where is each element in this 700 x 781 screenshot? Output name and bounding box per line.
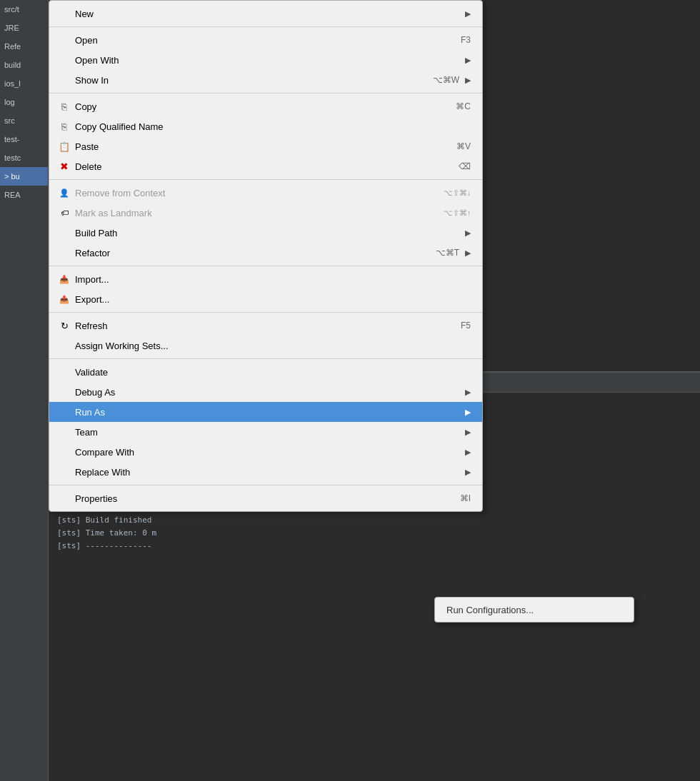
sidebar-item-5[interactable]: log <box>0 93 48 111</box>
validate-icon <box>58 366 71 378</box>
refactor-shortcut: ⌥⌘T <box>436 248 459 258</box>
menu-item-remove-context[interactable]: 👤 Remove from Context ⌥⇧⌘↓ <box>49 183 482 203</box>
assign-icon <box>58 339 71 352</box>
arrow-icon-5: ▶ <box>465 248 471 258</box>
properties-icon <box>58 492 71 505</box>
paste-icon: 📋 <box>58 140 71 153</box>
menu-item-validate[interactable]: Validate <box>49 362 482 382</box>
menu-item-delete[interactable]: ✖ Delete ⌫ <box>49 156 482 176</box>
remove-shortcut: ⌥⇧⌘↓ <box>444 188 471 198</box>
arrow-icon-4: ▶ <box>465 228 471 238</box>
console-sts-3: [sts] -------------- <box>57 540 691 553</box>
sidebar-item-9[interactable]: > bu <box>0 167 48 186</box>
delete-icon: ✖ <box>58 160 71 173</box>
console-sts-1: [sts] Build finished <box>57 514 691 527</box>
menu-item-build-path[interactable]: Build Path ▶ <box>49 223 482 243</box>
sidebar-item-1[interactable]: JRE <box>0 19 48 37</box>
open-shortcut: F3 <box>461 35 471 45</box>
sidebar-item-7[interactable]: test- <box>0 130 48 148</box>
separator-3 <box>49 266 482 266</box>
menu-item-refresh[interactable]: ↻ Refresh F5 <box>49 316 482 336</box>
context-menu: New ▶ Open F3 Open With ▶ Show In ⌥⌘W ▶ … <box>49 0 483 512</box>
sidebar-item-0[interactable]: src/t <box>0 0 48 19</box>
arrow-icon: ▶ <box>465 9 471 19</box>
copy-qualified-icon: ⎘ <box>58 120 71 133</box>
team-icon <box>58 425 71 438</box>
menu-item-replace[interactable]: Replace With ▶ <box>49 462 482 482</box>
arrow-icon-7: ▶ <box>465 408 471 417</box>
sidebar-item-3[interactable]: build <box>0 56 48 74</box>
mark-icon: 🏷 <box>58 206 71 219</box>
properties-shortcut: ⌘I <box>460 493 471 503</box>
replace-icon <box>58 465 71 478</box>
menu-item-team[interactable]: Team ▶ <box>49 422 482 442</box>
copy-icon: ⎘ <box>58 100 71 113</box>
menu-item-open-with[interactable]: Open With ▶ <box>49 50 482 70</box>
paste-shortcut: ⌘V <box>456 141 471 151</box>
separator-0 <box>49 26 482 27</box>
menu-item-debug-as[interactable]: Debug As ▶ <box>49 382 482 402</box>
sidebar-item-4[interactable]: ios_l <box>0 74 48 93</box>
debug-icon <box>58 386 71 398</box>
separator-6 <box>49 485 482 485</box>
sidebar: src/t JRE Refe build ios_l log src test-… <box>0 0 49 781</box>
arrow-icon-10: ▶ <box>465 468 471 477</box>
arrow-icon-2: ▶ <box>465 56 471 65</box>
remove-icon: 👤 <box>58 186 71 199</box>
export-icon: 📤 <box>58 293 71 306</box>
menu-item-paste[interactable]: 📋 Paste ⌘V <box>49 136 482 156</box>
menu-item-assign-working[interactable]: Assign Working Sets... <box>49 336 482 356</box>
console-sts-2: [sts] Time taken: 0 m <box>57 527 691 540</box>
compare-icon <box>58 445 71 458</box>
arrow-icon-6: ▶ <box>465 388 471 397</box>
sidebar-item-6[interactable]: src <box>0 111 48 130</box>
menu-item-open[interactable]: Open F3 <box>49 30 482 50</box>
mark-shortcut: ⌥⇧⌘↑ <box>444 208 471 218</box>
menu-item-properties[interactable]: Properties ⌘I <box>49 488 482 508</box>
separator-4 <box>49 312 482 313</box>
open-icon <box>58 34 71 46</box>
delete-shortcut: ⌫ <box>459 161 471 171</box>
open-with-icon <box>58 54 71 66</box>
arrow-icon-3: ▶ <box>465 76 471 85</box>
arrow-icon-8: ▶ <box>465 428 471 437</box>
show-in-shortcut: ⌥⌘W <box>433 75 459 85</box>
refresh-icon: ↻ <box>58 319 71 332</box>
copy-shortcut: ⌘C <box>456 101 471 111</box>
menu-item-show-in[interactable]: Show In ⌥⌘W ▶ <box>49 70 482 90</box>
menu-item-copy-qualified[interactable]: ⎘ Copy Qualified Name <box>49 116 482 136</box>
sidebar-item-10[interactable]: REA <box>0 186 48 204</box>
menu-item-mark-landmark[interactable]: 🏷 Mark as Landmark ⌥⇧⌘↑ <box>49 203 482 223</box>
sidebar-item-8[interactable]: testc <box>0 148 48 167</box>
build-path-icon <box>58 226 71 239</box>
import-icon: 📥 <box>58 273 71 286</box>
separator-2 <box>49 179 482 180</box>
menu-item-compare[interactable]: Compare With ▶ <box>49 442 482 462</box>
menu-item-export[interactable]: 📤 Export... <box>49 289 482 309</box>
refactor-icon <box>58 246 71 259</box>
show-in-icon <box>58 74 71 86</box>
run-icon <box>58 405 71 418</box>
arrow-icon-9: ▶ <box>465 448 471 457</box>
menu-item-import[interactable]: 📥 Import... <box>49 269 482 289</box>
menu-item-run-as[interactable]: Run As ▶ <box>49 402 482 422</box>
submenu-item-run-configurations[interactable]: Run Configurations... <box>435 600 634 619</box>
sidebar-item-2[interactable]: Refe <box>0 37 48 56</box>
menu-item-new[interactable]: New ▶ <box>49 4 482 24</box>
menu-item-refactor[interactable]: Refactor ⌥⌘T ▶ <box>49 243 482 263</box>
separator-5 <box>49 358 482 359</box>
menu-item-copy[interactable]: ⎘ Copy ⌘C <box>49 96 482 116</box>
separator-1 <box>49 93 482 94</box>
new-icon <box>58 7 71 20</box>
refresh-shortcut: F5 <box>461 321 471 331</box>
run-as-submenu: Run Configurations... <box>434 597 634 623</box>
